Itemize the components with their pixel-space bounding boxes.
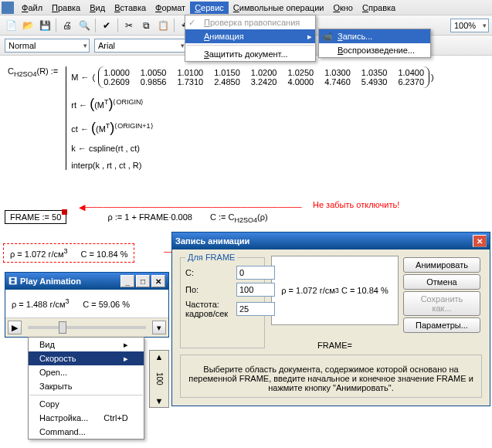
menu-item[interactable]: 📹Запись...	[319, 29, 430, 43]
close-button[interactable]: ✕	[151, 275, 165, 287]
matrix-cell: 3.2420	[251, 77, 277, 87]
menu-Правка[interactable]: Правка	[47, 2, 85, 14]
cancel-button[interactable]: Отмена	[403, 274, 480, 290]
playwin-body: ρ = 1.488 г/см3 C = 59.06 %	[5, 290, 168, 317]
spell-icon[interactable]: ✔	[99, 18, 114, 33]
playwin-title[interactable]: 🎞Play Animation _ □ ✕	[5, 273, 168, 290]
ctx-item[interactable]: Вид▸	[29, 338, 144, 351]
ct-line: ct ← ((MT)⟨ORIGIN+1⟩	[71, 120, 433, 136]
matrix-cell: 4.7460	[324, 77, 351, 87]
matrix-cell: 4.0000	[287, 77, 314, 87]
animate-button[interactable]: Анимировать	[403, 257, 480, 273]
dlg-close-button[interactable]: ✕	[473, 235, 487, 247]
menu-Вид[interactable]: Вид	[85, 2, 110, 14]
dlg-title[interactable]: Запись анимации ✕	[172, 232, 490, 249]
interp-line: interp(k , rt , ct , R)	[71, 161, 433, 170]
frame-readout: FRAME=	[271, 341, 399, 350]
menu-icon[interactable]: ▾	[152, 321, 166, 334]
play-icon[interactable]: ▶	[8, 321, 22, 334]
context-menu: Вид▸Скорость▸Open...ЗакрытьCopyНастройка…	[28, 337, 144, 440]
matrix-cell: 1.0050	[141, 68, 167, 77]
menu-Формат[interactable]: Формат	[151, 2, 190, 14]
dlg-buttons: Анимировать Отмена Сохранить как... Пара…	[403, 256, 480, 350]
from-label: С:	[185, 268, 232, 277]
print-icon[interactable]: 🖨	[59, 18, 75, 33]
help-text: Выберите область документа, содержимое к…	[185, 365, 477, 392]
menu-Вставка[interactable]: Вставка	[110, 2, 151, 14]
menu-Файл[interactable]: Файл	[17, 2, 47, 14]
ctx-item[interactable]: Скорость▸	[29, 351, 144, 365]
menu-Справка[interactable]: Справка	[358, 2, 400, 14]
matrix-cell: 1.0200	[251, 68, 277, 77]
cut-icon[interactable]: ✂	[121, 18, 137, 33]
minimize-button[interactable]: _	[120, 275, 134, 287]
save-icon[interactable]: 💾	[37, 18, 53, 33]
ctx-item[interactable]: Настройка...Ctrl+D	[29, 411, 144, 425]
menu-item[interactable]: Анимация▸	[185, 29, 315, 43]
menu-item[interactable]: Воспроизведение...	[319, 43, 430, 57]
matrix-cell: 1.0350	[361, 68, 388, 77]
results-box: ρ = 1.072 г/см3 C = 10.84 %	[3, 243, 134, 263]
matrix: 1.00001.00501.01001.01501.02001.02501.03…	[98, 66, 429, 88]
font-combo[interactable]: Arial	[94, 39, 187, 53]
matrix-cell: 1.0300	[324, 68, 351, 77]
options-button[interactable]: Параметры...	[403, 317, 480, 333]
matrix-cell: 0.9856	[141, 77, 167, 87]
play-slider[interactable]	[28, 326, 146, 329]
group-label: Для FRAME	[185, 253, 237, 262]
zoom-up-icon[interactable]: ▲	[155, 352, 164, 361]
menubar: ФайлПравкаВидВставкаФорматСервисСимвольн…	[0, 0, 492, 15]
matrix-cell: 1.7310	[178, 77, 204, 87]
menu-Окно[interactable]: Окно	[328, 2, 358, 14]
frame-group: Для FRAME С: По: Частота: кадров/сек	[180, 257, 265, 348]
record-animation-dialog: Запись анимации ✕ Для FRAME С: По: Часто…	[171, 232, 490, 406]
copy-icon[interactable]: ⧉	[138, 18, 154, 33]
k-line: k ← cspline(rt , ct)	[71, 144, 433, 153]
zoom-down-icon[interactable]: ▼	[155, 396, 164, 406]
play-controls: ▶ ▾	[5, 317, 168, 337]
saveas-button[interactable]: Сохранить как...	[403, 291, 480, 316]
matrix-cell: 1.0150	[214, 68, 240, 77]
preview-icon[interactable]: 🔍	[76, 18, 92, 33]
ctx-item[interactable]: Open...	[29, 365, 144, 379]
paste-icon[interactable]: 📋	[155, 18, 171, 33]
zoom-popup[interactable]: ▲ 100 ▼	[149, 350, 169, 408]
app-icon	[2, 2, 14, 14]
new-icon[interactable]: 📄	[3, 18, 19, 33]
menu-animation-submenu: 📹Запись...Воспроизведение...	[318, 29, 431, 58]
menu-Символьные операции[interactable]: Символьные операции	[229, 2, 329, 14]
matrix-cell: 1.0000	[103, 68, 130, 77]
zoom-combo[interactable]: 100%	[450, 19, 489, 32]
ctx-item[interactable]: Copy	[29, 397, 144, 411]
rho-def: ρ := 1 + FRAME·0.008	[107, 212, 192, 222]
matrix-cell: 1.0400	[398, 68, 424, 77]
menu-service-dropdown: ✓Проверка правописанияАнимация▸Защитить …	[185, 15, 316, 62]
from-input[interactable]	[236, 266, 275, 280]
program-block: M ← ( 1.00001.00501.01001.01501.02001.02…	[66, 66, 433, 170]
menu-item: ✓Проверка правописания	[185, 15, 315, 29]
preview-box: ρ = 1.072 г/см3 C = 10.84 %	[271, 256, 399, 325]
menu-Сервис[interactable]: Сервис	[190, 2, 229, 14]
to-label: По:	[185, 285, 232, 294]
ctx-item[interactable]: Command...	[29, 425, 144, 439]
style-combo[interactable]: Normal	[5, 39, 90, 53]
rate-input[interactable]	[236, 302, 275, 316]
worksheet: CH2SO4(R) := M ← ( 1.00001.00501.01001.0…	[0, 56, 492, 181]
play-animation-window: 🎞Play Animation _ □ ✕ ρ = 1.488 г/см3 C …	[5, 272, 169, 338]
rt-line: rt ← ((MT)⟨ORIGIN⟩	[71, 96, 433, 112]
matrix-cell: 5.4930	[361, 77, 388, 87]
matrix-cell: 1.0100	[178, 68, 204, 77]
menu-item[interactable]: Защитить документ...	[185, 47, 315, 61]
ctx-item[interactable]: Закрыть	[29, 379, 144, 393]
matrix-cell: 6.2370	[398, 77, 424, 87]
maximize-button[interactable]: □	[136, 275, 150, 287]
red-arrow-left: ◀────────────────────────────────────	[79, 202, 302, 212]
open-icon[interactable]: 📂	[20, 18, 36, 33]
frame-box[interactable]: FRAME := 50	[5, 210, 66, 224]
matrix-cell: 1.0250	[287, 68, 314, 77]
to-input[interactable]	[236, 283, 275, 297]
red-note: Не забыть отключить!	[313, 200, 399, 209]
matrix-cell: 2.4850	[214, 77, 240, 87]
zoom-value: 100	[155, 372, 164, 385]
rate-label: Частота: кадров/сек	[185, 300, 232, 318]
